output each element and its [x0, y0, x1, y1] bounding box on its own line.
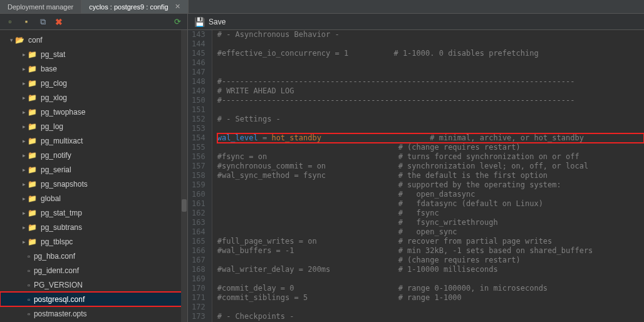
tree-root-conf[interactable]: ▾📂conf	[0, 33, 187, 47]
line-number: 143	[192, 30, 205, 39]
folder-icon: 📁	[28, 151, 37, 160]
file-icon: ▫	[28, 296, 30, 303]
code-line[interactable]: #synchronous_commit = on # synchronizati…	[217, 162, 644, 171]
code-line[interactable]	[217, 124, 644, 133]
code-line[interactable]: wal_level = hot_standby # minimal, archi…	[217, 133, 644, 143]
line-number-gutter: 1431441451461471481491501511521531541551…	[188, 30, 212, 322]
code-line[interactable]: #full_page_writes = on # recover from pa…	[217, 237, 644, 246]
caret-right-icon: ▸	[20, 95, 28, 101]
caret-right-icon: ▸	[20, 167, 28, 173]
caret-right-icon: ▸	[20, 152, 28, 158]
tree-label: postgresql.conf	[34, 295, 85, 304]
folder-icon: 📁	[28, 209, 37, 217]
code-line[interactable]	[217, 105, 644, 115]
code-line[interactable]: # fdatasync (default on Linux)	[217, 199, 644, 209]
line-number: 156	[192, 152, 205, 162]
code-line[interactable]: # - Asynchronous Behavior -	[217, 30, 644, 39]
code-line[interactable]: #---------------------------------------…	[217, 96, 644, 105]
tree-folder-pg-stat[interactable]: ▸📁pg_stat	[0, 47, 187, 61]
folder-icon: 📁	[28, 180, 37, 189]
code-line[interactable]: # open_datasync	[217, 190, 644, 199]
close-icon[interactable]: ✕	[175, 3, 180, 11]
tree-label: pg_tblspc	[41, 237, 73, 246]
new-folder-icon[interactable]: ▪	[21, 17, 31, 27]
code-content[interactable]: # - Asynchronous Behavior -#effective_io…	[212, 30, 644, 322]
tab-config-file[interactable]: cyclos : postgres9 : config ✕	[81, 0, 189, 13]
tree-file-postgresql-conf[interactable]: ▫postgresql.conf	[0, 292, 187, 306]
code-line[interactable]	[217, 303, 644, 312]
tree-label: pg_stat	[41, 50, 65, 59]
code-line[interactable]: # WRITE AHEAD LOG	[217, 86, 644, 96]
code-line[interactable]: #commit_delay = 0 # range 0-100000, in m…	[217, 284, 644, 293]
tree-folder-pg-multixact[interactable]: ▸📁pg_multixact	[0, 133, 187, 148]
tree-file-pg-hba-conf[interactable]: ▫pg_hba.conf	[0, 249, 187, 263]
toolbar-row: ▫ ▪ ⧉ ✖ ⟳ 💾 Save	[0, 14, 644, 30]
caret-down-icon: ▾	[8, 37, 15, 43]
tree-folder-base[interactable]: ▸📁base	[0, 61, 187, 76]
code-line[interactable]: #commit_siblings = 5 # range 1-1000	[217, 293, 644, 303]
sidebar-scrollbar[interactable]	[181, 30, 187, 322]
line-number: 144	[192, 39, 205, 49]
line-number: 173	[192, 312, 205, 321]
delete-icon[interactable]: ✖	[54, 17, 64, 27]
save-button[interactable]: Save	[209, 18, 226, 26]
code-line[interactable]: # open_sync	[217, 227, 644, 237]
code-line[interactable]: #---------------------------------------…	[217, 77, 644, 86]
code-line[interactable]: #fsync = on # turns forced synchronizati…	[217, 152, 644, 162]
tree-folder-pg-subtrans[interactable]: ▸📁pg_subtrans	[0, 220, 187, 234]
tree-label: pg_stat_tmp	[41, 209, 82, 217]
tree-folder-pg-twophase[interactable]: ▸📁pg_twophase	[0, 105, 187, 119]
tree-folder-pg-log[interactable]: ▸📁pg_log	[0, 119, 187, 133]
line-number: 162	[192, 209, 205, 218]
tree-label: pg_ident.conf	[34, 266, 79, 275]
code-line[interactable]: # fsync	[217, 209, 644, 218]
tree-label: pg_multixact	[41, 137, 83, 145]
caret-right-icon: ▸	[20, 239, 28, 245]
tree-folder-pg-tblspc[interactable]: ▸📁pg_tblspc	[0, 234, 187, 249]
code-line[interactable]: #wal_sync_method = fsync # the default i…	[217, 171, 644, 180]
tree-label: pg_hba.conf	[34, 252, 75, 261]
tree-file-pg-version[interactable]: ▫PG_VERSION	[0, 278, 187, 292]
tree-label: pg_twophase	[41, 108, 85, 117]
line-number: 160	[192, 190, 205, 199]
folder-open-icon: 📂	[15, 36, 24, 44]
line-number: 154	[192, 133, 205, 143]
tree-folder-pg-xlog[interactable]: ▸📁pg_xlog	[0, 90, 187, 105]
tree-folder-global[interactable]: ▸📁global	[0, 191, 187, 205]
tree-folder-pg-snapshots[interactable]: ▸📁pg_snapshots	[0, 177, 187, 191]
file-tree-sidebar: ▾📂conf▸📁pg_stat▸📁base▸📁pg_clog▸📁pg_xlog▸…	[0, 30, 188, 322]
line-number: 150	[192, 96, 205, 105]
code-line[interactable]: #wal_buffers = -1 # min 32kB, -1 sets ba…	[217, 246, 644, 256]
tree-label: base	[41, 65, 57, 73]
new-file-icon[interactable]: ▫	[5, 17, 15, 27]
code-line[interactable]	[217, 274, 644, 284]
tree-folder-pg-serial[interactable]: ▸📁pg_serial	[0, 162, 187, 177]
code-line[interactable]	[217, 39, 644, 49]
line-number: 166	[192, 246, 205, 256]
line-number: 145	[192, 49, 205, 58]
save-icon[interactable]: 💾	[194, 17, 205, 27]
code-line[interactable]: #wal_writer_delay = 200ms # 1-10000 mill…	[217, 265, 644, 274]
code-line[interactable]: # fsync_writethrough	[217, 218, 644, 227]
code-editor[interactable]: 1431441451461471481491501511521531541551…	[188, 30, 644, 322]
main: ▾📂conf▸📁pg_stat▸📁base▸📁pg_clog▸📁pg_xlog▸…	[0, 30, 644, 322]
tree-folder-pg-stat-tmp[interactable]: ▸📁pg_stat_tmp	[0, 205, 187, 220]
tree-file-pg-ident-conf[interactable]: ▫pg_ident.conf	[0, 263, 187, 278]
tree-folder-pg-notify[interactable]: ▸📁pg_notify	[0, 148, 187, 162]
code-line[interactable]: # - Checkpoints -	[217, 312, 644, 321]
tree-label: pg_notify	[41, 151, 71, 160]
tree-file-postmaster-opts[interactable]: ▫postmaster.opts	[0, 306, 187, 321]
code-line[interactable]: # - Settings -	[217, 115, 644, 124]
tree-folder-pg-clog[interactable]: ▸📁pg_clog	[0, 76, 187, 90]
copy-icon[interactable]: ⧉	[38, 17, 48, 27]
tab-deployment-manager[interactable]: Deployment manager	[0, 0, 81, 13]
code-line[interactable]: # supported by the operating system:	[217, 180, 644, 190]
code-line[interactable]: #effective_io_concurrency = 1 # 1-1000. …	[217, 49, 644, 58]
code-line[interactable]: # (change requires restart)	[217, 143, 644, 152]
code-line[interactable]	[217, 58, 644, 68]
caret-right-icon: ▸	[20, 181, 28, 187]
line-number: 157	[192, 162, 205, 171]
code-line[interactable]: # (change requires restart)	[217, 256, 644, 265]
refresh-icon[interactable]: ⟳	[172, 17, 182, 27]
code-line[interactable]	[217, 68, 644, 77]
